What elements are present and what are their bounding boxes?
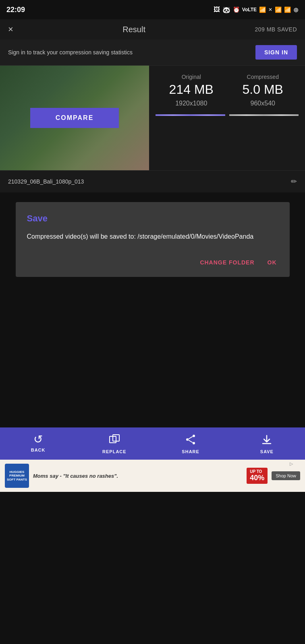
nav-back-label: BACK (31, 448, 46, 452)
save-icon (261, 434, 272, 447)
compressed-progress-bar (229, 114, 299, 116)
svg-point-2 (193, 435, 195, 437)
lte-icon: VoLTE (242, 7, 257, 12)
ok-button[interactable]: OK (266, 256, 278, 269)
signal2-icon: 📶 (284, 6, 291, 13)
change-folder-button[interactable]: CHANGE FOLDER (198, 256, 256, 269)
original-col: Original 214 MB 1920x1080 (156, 74, 227, 107)
compressed-col: Compressed 5.0 MB 960x540 (227, 74, 299, 107)
dialog-actions: CHANGE FOLDER OK (27, 256, 278, 269)
video-thumbnail: COMPARE (0, 66, 149, 170)
status-icons: 🖼 🐼 ⏰ VoLTE 📶 ✕ 📶 📶 ⊕ (214, 6, 299, 14)
ad-text: Moms say - "It causes no rashes". (33, 473, 243, 479)
wifi-icon: 📶 (259, 6, 266, 13)
nav-share-button[interactable]: SHARE (153, 431, 229, 456)
status-bar: 22:09 🖼 🐼 ⏰ VoLTE 📶 ✕ 📶 📶 ⊕ (0, 0, 305, 19)
compare-button[interactable]: COMPARE (30, 108, 119, 128)
ad-badge: UP TO 40% (247, 468, 268, 484)
saved-label: 209 MB SAVED (255, 26, 297, 33)
replace-icon (109, 434, 120, 447)
ad-upto: UP TO (250, 469, 264, 474)
edit-icon[interactable]: ✏ (291, 177, 297, 186)
filename-text: 210329_06B_Bali_1080p_013 (8, 178, 84, 185)
x-icon: ✕ (268, 7, 272, 12)
signal1-icon: 📶 (275, 6, 282, 13)
svg-point-4 (193, 442, 195, 444)
svg-line-5 (189, 437, 193, 439)
save-dialog: Save Compressed video(s) will be saved t… (16, 202, 290, 277)
result-title: Result (122, 25, 145, 34)
close-button[interactable]: × (8, 24, 13, 35)
status-time: 22:09 (6, 6, 25, 14)
dialog-backdrop: Save Compressed video(s) will be saved t… (0, 192, 305, 287)
ad-info-icon: ▷ (290, 461, 293, 466)
video-stats: Original 214 MB 1920x1080 Compressed 5.0… (149, 66, 305, 170)
stats-labels-row: Original 214 MB 1920x1080 Compressed 5.0… (156, 74, 299, 107)
nav-save-label: SAVE (260, 449, 274, 454)
share-icon (185, 434, 196, 447)
nav-share-label: SHARE (182, 449, 199, 454)
video-section: COMPARE Original 214 MB 1920x1080 Compre… (0, 66, 305, 170)
signin-banner: Sign in to track your compression saving… (0, 39, 305, 66)
panda-icon: 🐼 (222, 6, 230, 14)
nav-back-button[interactable]: ↺ BACK (0, 431, 76, 456)
compressed-size: 5.0 MB (227, 83, 299, 97)
svg-point-3 (186, 438, 189, 441)
dialog-message: Compressed video(s) will be saved to: /s… (27, 232, 278, 242)
compressed-resolution: 960x540 (227, 100, 299, 107)
ad-logo: HUGGIESPREMIUMSOFT PANTS (5, 464, 29, 488)
ad-banner: HUGGIESPREMIUMSOFT PANTS Moms say - "It … (0, 460, 305, 492)
dialog-title: Save (27, 213, 278, 224)
nav-save-button[interactable]: SAVE (229, 431, 305, 456)
filename-row: 210329_06B_Bali_1080p_013 ✏ (0, 170, 305, 192)
ad-shop-button[interactable]: Shop Now (272, 471, 300, 480)
original-resolution: 1920x1080 (156, 100, 227, 107)
bottom-nav: ↺ BACK REPLACE SHARE (0, 427, 305, 460)
ad-content: Moms say - "It causes no rashes". (33, 473, 243, 479)
nav-replace-button[interactable]: REPLACE (76, 431, 152, 456)
photo-icon: 🖼 (214, 6, 220, 13)
svg-line-6 (189, 440, 193, 443)
original-label: Original (156, 74, 227, 80)
top-bar: × Result 209 MB SAVED (0, 19, 305, 39)
circle-plus-icon: ⊕ (293, 6, 299, 14)
bottom-spacer (0, 287, 305, 427)
nav-replace-label: REPLACE (102, 449, 127, 454)
compressed-label: Compressed (227, 74, 299, 80)
signin-text: Sign in to track your compression saving… (8, 49, 133, 56)
ad-percent: 40% (250, 474, 264, 482)
progress-bars (156, 114, 299, 116)
back-icon: ↺ (33, 434, 43, 445)
original-size: 214 MB (156, 83, 227, 97)
original-progress-bar (156, 114, 225, 116)
alarm-icon: ⏰ (233, 6, 240, 13)
signin-button[interactable]: SIGN IN (255, 45, 297, 60)
